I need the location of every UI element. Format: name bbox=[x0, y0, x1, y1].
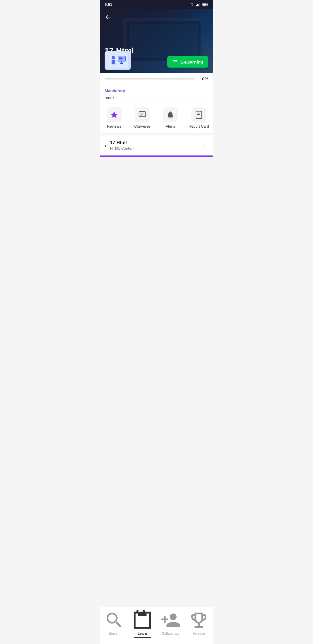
content-description-section: Mandatory more... bbox=[100, 85, 213, 104]
content-list: › 17 Html HTML Content ⋮ bbox=[100, 135, 213, 157]
thumbnail-illustration bbox=[108, 53, 128, 68]
svg-point-14 bbox=[112, 56, 115, 59]
hero-section: 17 Html E-Le bbox=[100, 9, 213, 73]
svg-rect-23 bbox=[110, 117, 113, 118]
action-alerts[interactable]: Alerts bbox=[160, 107, 181, 129]
status-icons bbox=[190, 3, 208, 6]
back-button[interactable] bbox=[105, 14, 112, 22]
battery-icon bbox=[202, 3, 208, 6]
svg-rect-11 bbox=[129, 23, 199, 58]
alerts-icon bbox=[166, 111, 175, 119]
svg-rect-12 bbox=[135, 70, 193, 71]
course-thumbnail bbox=[105, 51, 131, 70]
reviews-icon bbox=[110, 111, 119, 119]
converse-icon bbox=[138, 111, 147, 119]
svg-rect-18 bbox=[119, 57, 122, 58]
converse-icon-container bbox=[135, 107, 150, 122]
svg-rect-21 bbox=[121, 61, 122, 63]
alerts-label: Alerts bbox=[166, 124, 175, 129]
svg-rect-19 bbox=[119, 58, 123, 59]
reviews-icon-container bbox=[107, 107, 122, 122]
mandatory-badge: Mandatory bbox=[105, 88, 125, 93]
svg-rect-0 bbox=[196, 5, 197, 6]
svg-rect-28 bbox=[196, 111, 202, 119]
e-learning-badge[interactable]: E-Learning bbox=[167, 56, 208, 68]
action-converse[interactable]: Converse bbox=[132, 107, 152, 129]
converse-label: Converse bbox=[134, 124, 150, 129]
action-icons-row: Reviews Converse Alerts bbox=[100, 104, 213, 133]
chevron-right-icon: › bbox=[105, 142, 107, 149]
progress-percentage: 0% bbox=[198, 76, 208, 81]
content-list-item[interactable]: › 17 Html HTML Content ⋮ bbox=[100, 135, 213, 155]
e-learning-label: E-Learning bbox=[181, 59, 203, 64]
more-link[interactable]: more... bbox=[105, 95, 208, 104]
more-options-icon[interactable]: ⋮ bbox=[200, 140, 208, 150]
action-reviews[interactable]: Reviews bbox=[104, 107, 124, 129]
report-card-icon bbox=[194, 111, 203, 119]
svg-rect-20 bbox=[119, 59, 122, 60]
e-learning-icon bbox=[172, 59, 178, 65]
reviews-label: Reviews bbox=[107, 124, 121, 129]
content-item-subtitle: HTML Content bbox=[110, 146, 196, 151]
signal-icon bbox=[196, 3, 200, 6]
report-card-label: Report Card bbox=[189, 124, 209, 129]
content-item-title: 17 Html bbox=[110, 140, 196, 145]
status-time: 6:51 bbox=[105, 2, 112, 7]
svg-rect-1 bbox=[197, 4, 198, 6]
svg-rect-22 bbox=[120, 63, 123, 64]
alerts-icon-container bbox=[163, 107, 178, 122]
action-report-card[interactable]: Report Card bbox=[189, 107, 209, 129]
status-bar: 6:51 bbox=[100, 0, 213, 9]
content-item-info: 17 Html HTML Content bbox=[110, 140, 196, 151]
svg-rect-3 bbox=[199, 3, 199, 6]
svg-rect-15 bbox=[112, 60, 115, 64]
svg-rect-2 bbox=[198, 4, 199, 6]
progress-bar-container bbox=[105, 78, 195, 79]
progress-section: 0% bbox=[100, 73, 213, 85]
wifi-icon bbox=[190, 3, 194, 6]
svg-rect-6 bbox=[203, 3, 207, 6]
report-card-icon-container bbox=[191, 107, 206, 122]
svg-rect-5 bbox=[208, 4, 208, 5]
